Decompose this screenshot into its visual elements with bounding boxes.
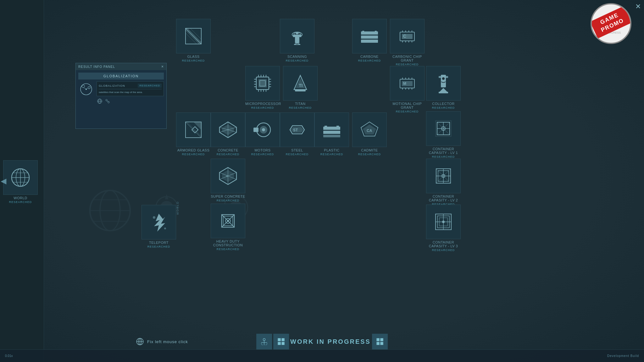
- info-panel-desc: satellites that scan the map of the area…: [99, 90, 162, 94]
- carbonic-chip-icon: C: [396, 25, 418, 47]
- fix-btn-label: Fix left mouse click: [147, 339, 188, 344]
- teleport-label: TELEPORT: [149, 241, 169, 244]
- motors-icon-box: [245, 112, 280, 147]
- svg-rect-31: [361, 40, 378, 43]
- bg-globe-1: [85, 185, 135, 237]
- svg-point-156: [86, 89, 87, 90]
- svg-point-25: [296, 32, 299, 34]
- tech-glass[interactable]: GLASS RESEARCHED: [176, 19, 211, 62]
- tech-armored-glass[interactable]: ARMORED GLASS RESEARCHED: [176, 112, 211, 156]
- svg-point-167: [263, 338, 265, 341]
- tech-motors[interactable]: MOTORS RESEARCHED: [245, 112, 280, 156]
- info-panel-icon: [78, 81, 94, 97]
- teleport-icon-box: [142, 205, 176, 239]
- micro-icon-box: [245, 66, 280, 101]
- heavy-duty-label: HEAVY DUTY CONSTRUCTION: [211, 239, 245, 247]
- wip-label: WORK IN PROGRESS: [290, 338, 371, 345]
- tech-motional-chip[interactable]: M MOTIONAL CHIP GRANT RESEARCHED: [390, 66, 425, 113]
- wip-icon-right: [372, 334, 388, 349]
- world-icon: [9, 167, 31, 189]
- svg-rect-96: [253, 128, 258, 132]
- teleport-icon: [148, 211, 170, 233]
- carbonic-chip-label: CARBONIC CHIP GRANT: [390, 55, 425, 62]
- svg-rect-103: [323, 131, 340, 134]
- concrete-status: RESEARCHED: [217, 153, 240, 156]
- svg-point-138: [227, 220, 229, 222]
- svg-rect-33: [375, 31, 377, 32]
- cadmite-status: RESEARCHED: [358, 153, 381, 156]
- svg-point-131: [153, 216, 155, 219]
- plastic-status: RESEARCHED: [320, 153, 343, 156]
- svg-rect-171: [281, 338, 284, 341]
- tech-heavy-duty[interactable]: HEAVY DUTY CONSTRUCTION RESEARCHED: [211, 204, 245, 251]
- concrete-icon-box: [211, 112, 245, 147]
- container-lv1-icon: [432, 118, 454, 140]
- micro-status: RESEARCHED: [251, 106, 274, 109]
- motors-status: RESEARCHED: [251, 153, 274, 156]
- world-vertical-label: WORLD: [176, 201, 179, 215]
- tech-collector[interactable]: COLLECTOR RESEARCHED: [426, 66, 461, 109]
- tech-container-lv1[interactable]: CONTAINER CAPASITY - LV 1 RESEARCHED: [426, 111, 461, 158]
- svg-point-83: [442, 77, 445, 80]
- tech-carbonic-chip[interactable]: C CARBONIC CHIP GRANT RESEARCHED: [390, 19, 425, 66]
- scanning-icon: [286, 25, 308, 47]
- nested-panel-subtitle: Globalization: [99, 84, 125, 87]
- tech-super-concrete[interactable]: + SUPER CONCRETE RESEARCHED: [211, 159, 245, 202]
- svg-rect-30: [361, 36, 378, 39]
- info-panel-close-btn[interactable]: ×: [161, 64, 164, 69]
- tech-container-lv2[interactable]: CONTAINER CAPASITY - LV 2 RESEARCHED: [426, 159, 461, 206]
- teleport-status: RESEARCHED: [147, 245, 170, 248]
- info-small-icon-1: [97, 98, 103, 104]
- svg-line-16: [186, 28, 201, 44]
- glass-status: RESEARCHED: [182, 59, 205, 62]
- wip-anchor-icon: [259, 337, 269, 346]
- steel-status: RESEARCHED: [286, 153, 309, 156]
- collector-icon: [432, 72, 454, 94]
- svg-rect-32: [362, 31, 364, 32]
- tech-cadmite[interactable]: CA CADMITE RESEARCHED: [352, 112, 387, 156]
- tech-teleport[interactable]: TELEPORT RESEARCHED: [142, 205, 176, 248]
- motional-chip-status: RESEARCHED: [396, 110, 419, 113]
- tech-steel[interactable]: ST STEEL RESEARCHED: [280, 112, 314, 156]
- world-tech-item[interactable]: WORLD RESEARCHED: [3, 160, 38, 204]
- tech-carbone[interactable]: CARBONE RESEARCHED: [352, 19, 387, 62]
- tech-plastic[interactable]: PLASTIC RESEARCHED: [314, 112, 349, 156]
- svg-rect-175: [380, 338, 383, 341]
- steel-icon-box: ST: [280, 112, 314, 147]
- svg-rect-105: [325, 126, 327, 127]
- motional-chip-label: MOTIONAL CHIP GRANT: [390, 102, 425, 109]
- container-lv2-icon-box: [426, 159, 461, 193]
- world-label: WORLD: [14, 196, 27, 200]
- svg-rect-170: [278, 338, 280, 341]
- world-icon-box: [3, 160, 38, 195]
- svg-point-160: [106, 99, 107, 101]
- container-lv3-status: RESEARCHED: [432, 249, 455, 252]
- svg-rect-172: [278, 342, 280, 345]
- svg-line-162: [107, 101, 109, 101]
- tech-container-lv3[interactable]: CONTAINER CAPASITY - LV 3 RESEARCHED: [426, 205, 461, 252]
- carbone-icon: [358, 25, 380, 47]
- tech-microprocessor[interactable]: MICROPROCESSOR RESEARCHED: [245, 66, 280, 109]
- svg-rect-173: [281, 342, 284, 345]
- fix-button-area[interactable]: Fix left mouse click: [135, 337, 188, 346]
- carbonic-chip-icon-box: C: [390, 19, 425, 53]
- plastic-icon: [321, 119, 343, 141]
- tech-scanning[interactable]: SCANNING RESEARCHED: [280, 19, 314, 62]
- armored-glass-icon-box: [176, 112, 211, 147]
- glass-icon-box: [176, 19, 211, 53]
- sidebar-arrow-btn[interactable]: ◀: [1, 177, 6, 185]
- container-lv1-status: RESEARCHED: [432, 155, 455, 158]
- result-info-panel: RESULT INFO PANEL × GLOBALIZATION: [75, 63, 167, 129]
- svg-text:TI: TI: [299, 83, 303, 88]
- close-btn[interactable]: ✕: [635, 3, 641, 11]
- info-panel-tech-name: GLOBALIZATION: [78, 73, 164, 80]
- tech-concrete[interactable]: CONCRETE RESEARCHED: [211, 112, 245, 156]
- super-concrete-status: RESEARCHED: [217, 199, 240, 202]
- svg-rect-176: [376, 342, 379, 345]
- info-panel-title-text: RESULT INFO PANEL: [78, 65, 115, 69]
- container-lv1-icon-box: [426, 111, 461, 146]
- heavy-duty-icon-box: [211, 204, 245, 238]
- tech-titan[interactable]: TI TITAN RESEARCHED: [283, 66, 318, 109]
- svg-rect-29: [361, 31, 378, 35]
- svg-rect-104: [323, 135, 340, 137]
